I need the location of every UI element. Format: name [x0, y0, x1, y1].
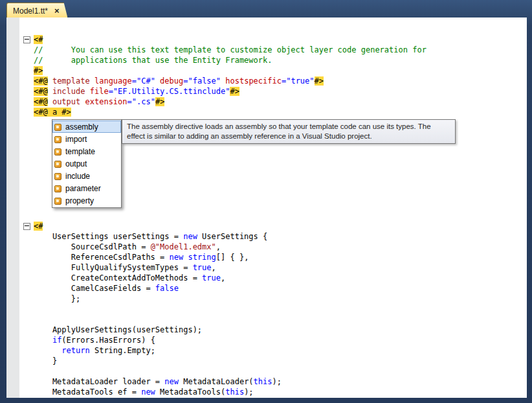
fold-margin — [19, 231, 34, 242]
code-segment: MetadataTools ef = — [34, 387, 141, 397]
directive-icon — [54, 160, 62, 168]
completion-item-include[interactable]: include — [52, 170, 121, 182]
document-tab-bar: Model1.tt* × — [0, 0, 532, 17]
code-line[interactable]: <#@ a #> — [19, 107, 527, 117]
code-line[interactable]: CreateContextAddToMethods = true, — [19, 273, 527, 283]
code-line[interactable] — [19, 314, 527, 325]
fold-margin — [19, 200, 34, 211]
completion-item-label: template — [65, 147, 95, 156]
code-segment: <# — [34, 222, 43, 231]
code-text: CreateContextAddToMethods = true, — [34, 273, 225, 283]
completion-item-parameter[interactable]: parameter — [52, 182, 121, 194]
code-segment: CamelCaseFields = — [34, 284, 155, 293]
code-segment: CreateContextAddToMethods = — [34, 273, 202, 282]
code-text: MetadataTools ef = new MetadataTools(thi… — [34, 387, 254, 397]
code-text: return String.Empty; — [34, 345, 155, 356]
code-segment: , — [212, 263, 216, 272]
code-segment: ); — [244, 387, 253, 397]
code-segment: MetadataLoader( — [179, 377, 254, 386]
code-segment: language — [94, 76, 132, 86]
code-line[interactable] — [19, 211, 527, 221]
code-line[interactable]: MetadataLoader loader = new MetadataLoad… — [19, 376, 527, 387]
completion-item-template[interactable]: template — [52, 145, 121, 157]
code-text: <#@ output extension=".cs"#> — [34, 97, 164, 107]
code-text: MetadataLoader loader = new MetadataLoad… — [34, 376, 282, 387]
fold-margin — [19, 387, 34, 397]
code-line[interactable]: MetadataTools ef = new MetadataTools(thi… — [19, 387, 527, 397]
tab-model1[interactable]: Model1.tt* × — [6, 3, 68, 18]
fold-margin — [19, 65, 34, 76]
completion-item-output[interactable]: output — [52, 157, 121, 170]
code-line[interactable]: // You can use this text template to cus… — [19, 45, 527, 55]
completion-item-import[interactable]: import — [52, 133, 121, 145]
code-segment: [] { }, — [216, 253, 249, 262]
code-line[interactable] — [19, 366, 527, 376]
code-line[interactable]: #> — [19, 65, 527, 76]
code-line[interactable]: <#@ include file="EF.Utility.CS.ttinclud… — [19, 86, 527, 97]
code-segment: return — [61, 346, 89, 355]
code-segment: ="EF.Utility.CS.ttinclude" — [109, 87, 230, 96]
fold-margin — [19, 366, 34, 376]
indicator-margin[interactable] — [6, 17, 19, 398]
code-segment: ); — [272, 377, 281, 386]
fold-collapse-icon[interactable] — [19, 221, 34, 231]
code-segment: this — [254, 377, 272, 386]
fold-margin — [19, 86, 34, 97]
code-text: } — [34, 356, 57, 366]
fold-collapse-icon[interactable] — [19, 34, 34, 45]
code-line[interactable]: ApplyUserSettings(userSettings); — [19, 325, 527, 335]
code-segment — [80, 97, 85, 106]
code-line[interactable]: // applications that use the Entity Fram… — [19, 55, 527, 65]
code-text: <# — [34, 221, 43, 231]
fold-margin — [19, 376, 34, 387]
code-text: // applications that use the Entity Fram… — [34, 55, 272, 65]
code-segment: new — [164, 377, 179, 386]
completion-item-label: include — [65, 172, 90, 181]
code-segment: ReferenceCsdlPaths = — [34, 253, 170, 262]
minus-box-icon[interactable] — [23, 36, 30, 43]
fold-margin — [19, 211, 34, 221]
code-segment: <#@ a #> — [34, 108, 71, 117]
fold-margin — [19, 97, 34, 107]
completion-tooltip-text: The assembly directive loads an assembly… — [127, 122, 431, 140]
code-line[interactable]: if(Errors.HasErrors) { — [19, 335, 527, 345]
code-segment: UserSettings { — [197, 232, 267, 241]
fold-margin — [19, 117, 34, 128]
code-line[interactable]: <#@ output extension=".cs"#> — [19, 97, 527, 107]
code-line[interactable]: return String.Empty; — [19, 345, 527, 356]
code-text: }; — [34, 294, 80, 304]
code-line[interactable] — [19, 304, 527, 314]
code-line[interactable]: <# — [19, 221, 527, 231]
code-line[interactable]: UserSettings userSettings = new UserSett… — [19, 231, 527, 242]
code-segment: , — [216, 242, 221, 251]
fold-margin — [19, 283, 34, 294]
code-text: <#@ template language="C#" debug="false"… — [34, 76, 324, 86]
code-line[interactable]: SourceCsdlPath = @"Model1.edmx", — [19, 242, 527, 252]
code-segment: include — [52, 87, 85, 96]
code-line[interactable]: <# — [19, 34, 527, 45]
code-line[interactable]: CamelCaseFields = false — [19, 283, 527, 294]
directive-icon — [54, 197, 62, 205]
code-segment — [34, 346, 61, 355]
code-segment: <#@ — [34, 87, 48, 96]
minus-box-icon[interactable] — [23, 223, 30, 230]
code-segment: if — [52, 336, 61, 345]
code-text: if(Errors.HasErrors) { — [34, 335, 155, 345]
code-segment — [48, 76, 52, 86]
code-line[interactable]: <#@ template language="C#" debug="false"… — [19, 76, 527, 86]
fold-margin — [19, 179, 34, 190]
code-segment: #> — [230, 87, 239, 96]
code-segment: true — [193, 263, 212, 272]
editor[interactable]: <#// You can use this text template to c… — [6, 17, 527, 398]
code-segment: ="C#" — [132, 76, 155, 86]
completion-item-assembly[interactable]: assembly — [52, 121, 121, 133]
code-segment: @"Model1.edmx" — [151, 242, 216, 251]
code-line[interactable]: FullyQualifySystemTypes = true, — [19, 262, 527, 273]
code-segment: MetadataLoader loader = — [34, 377, 164, 386]
code-line[interactable]: } — [19, 356, 527, 366]
completion-item-property[interactable]: property — [52, 194, 121, 207]
code-line[interactable]: ReferenceCsdlPaths = new string[] { }, — [19, 252, 527, 262]
close-icon[interactable]: × — [54, 7, 62, 15]
code-line[interactable]: }; — [19, 294, 527, 304]
code-segment: template — [52, 76, 90, 86]
